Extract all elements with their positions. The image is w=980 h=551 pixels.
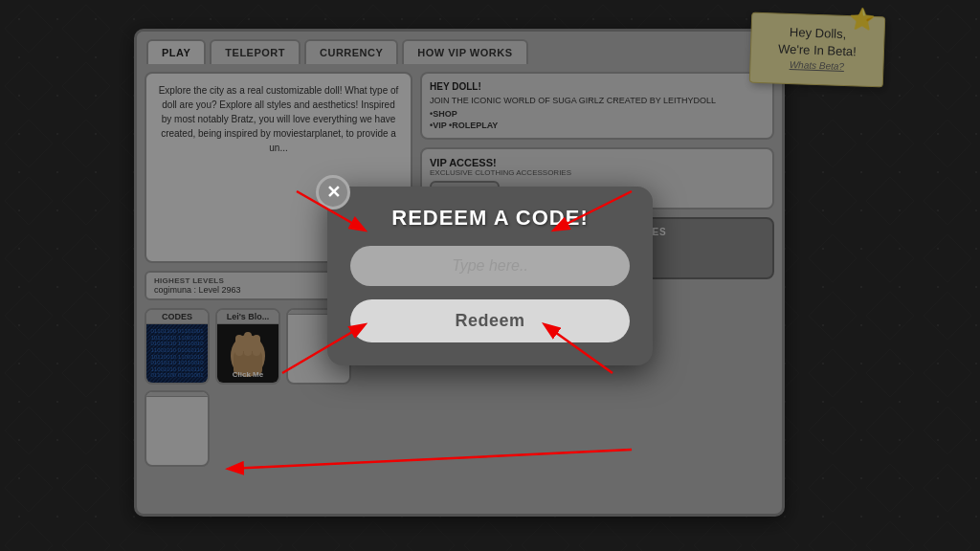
close-button[interactable]: ✕	[316, 175, 350, 209]
redeem-modal: ✕ REDEEM A CODE! Redeem	[327, 187, 653, 365]
modal-overlay[interactable]: ✕ REDEEM A CODE! Redeem	[0, 0, 980, 551]
code-input[interactable]	[350, 246, 630, 286]
modal-title: REDEEM A CODE!	[350, 206, 630, 231]
redeem-button[interactable]: Redeem	[350, 299, 630, 342]
